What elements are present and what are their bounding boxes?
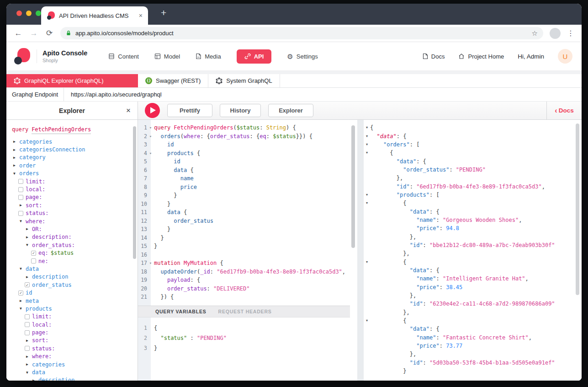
tree-item-where[interactable]: ▶where: xyxy=(11,353,138,360)
tab-request-headers[interactable]: REQUEST HEADERS xyxy=(218,309,272,314)
window-close-button[interactable] xyxy=(16,11,22,16)
nav-item-model[interactable]: Model xyxy=(154,53,180,60)
fold-caret-icon[interactable]: ▾ xyxy=(147,151,154,156)
tree-item-data[interactable]: ▼data xyxy=(11,265,138,273)
editor-scrollbar-thumb[interactable] xyxy=(351,125,355,248)
fold-arrow-icon[interactable]: ▼ xyxy=(364,151,370,155)
tree-item-status[interactable]: status: xyxy=(11,344,138,352)
browser-profile-avatar[interactable] xyxy=(550,28,561,39)
window-minimize-button[interactable] xyxy=(26,11,32,16)
checkbox-checked[interactable]: ✓ xyxy=(18,290,23,296)
collapse-arrow-icon[interactable]: ▼ xyxy=(25,371,30,375)
tree-item-page[interactable]: page: xyxy=(11,194,138,201)
expand-arrow-icon[interactable]: ▶ xyxy=(12,148,17,152)
prettify-button[interactable]: Prettify xyxy=(167,104,212,117)
expand-arrow-icon[interactable]: ▶ xyxy=(25,362,30,366)
tree-item-page[interactable]: page: xyxy=(11,328,138,336)
checkbox-checked[interactable]: ✓ xyxy=(31,251,36,256)
explorer-close-icon[interactable]: × xyxy=(126,106,131,115)
fold-caret-icon[interactable]: ▾ xyxy=(147,125,154,130)
tree-item-categories[interactable]: ▶categories xyxy=(11,138,138,145)
project-home-link[interactable]: Project Home xyxy=(458,53,504,60)
expand-arrow-icon[interactable]: ▶ xyxy=(25,339,30,343)
browser-menu-icon[interactable]: ⋮ xyxy=(567,29,574,38)
docs-panel-toggle[interactable]: ‹ Docs xyxy=(546,102,582,119)
fold-arrow-icon[interactable]: ▼ xyxy=(364,126,370,129)
collapse-arrow-icon[interactable]: ▼ xyxy=(12,172,17,176)
tree-item-ne[interactable]: ne: xyxy=(11,257,138,265)
tree-item-limit[interactable]: limit: xyxy=(11,177,138,185)
nav-item-media[interactable]: Media xyxy=(196,53,221,60)
user-avatar[interactable]: U xyxy=(558,49,572,64)
tree-item-description[interactable]: ▶description xyxy=(11,376,138,381)
nav-item-content[interactable]: Content xyxy=(108,53,139,60)
tree-item-local[interactable]: local: xyxy=(11,321,138,328)
nav-item-settings[interactable]: ⚙ Settings xyxy=(287,53,318,60)
checkbox-unchecked[interactable] xyxy=(18,195,23,200)
explorer-scrollbar[interactable] xyxy=(133,126,136,259)
collapse-arrow-icon[interactable]: ▼ xyxy=(18,306,23,311)
fold-arrow-icon[interactable]: ▼ xyxy=(364,193,370,197)
tree-item-sort[interactable]: ▶sort: xyxy=(11,337,138,344)
tree-item-description[interactable]: ▶description: xyxy=(11,233,138,241)
fold-caret-icon[interactable]: ▾ xyxy=(147,261,154,265)
tree-item-eq[interactable]: ✓eq:$status xyxy=(11,249,138,257)
variables-editor[interactable]: 1{2 "status" : "PENDING"3} xyxy=(138,317,350,381)
checkbox-unchecked[interactable] xyxy=(25,330,30,335)
tree-item-orders[interactable]: ▼orders xyxy=(11,170,138,177)
checkbox-unchecked[interactable] xyxy=(25,322,30,327)
expand-arrow-icon[interactable]: ▶ xyxy=(25,355,30,359)
fold-arrow-icon[interactable]: ▼ xyxy=(364,143,370,146)
tab-query-variables[interactable]: QUERY VARIABLES xyxy=(155,309,207,314)
tab-system-graphql[interactable]: System GraphQL xyxy=(208,74,280,87)
new-tab-button[interactable]: + xyxy=(161,7,166,18)
fold-arrow-icon[interactable]: ▼ xyxy=(364,134,370,138)
tree-item-sort[interactable]: ▶sort: xyxy=(11,201,138,209)
tree-item-local[interactable]: local: xyxy=(11,185,138,193)
tree-item-data[interactable]: ▼data xyxy=(11,368,138,376)
tree-item-OR[interactable]: ▶OR: xyxy=(11,225,138,233)
reload-icon[interactable]: ⟳ xyxy=(45,28,54,38)
window-maximize-button[interactable] xyxy=(36,11,41,16)
tree-item-categoriesConnection[interactable]: ▶categoriesConnection xyxy=(11,145,138,153)
fold-arrow-icon[interactable]: ▼ xyxy=(364,319,370,322)
expand-arrow-icon[interactable]: ▶ xyxy=(18,299,23,303)
response-scrollbar[interactable] xyxy=(576,124,579,295)
expand-arrow-icon[interactable]: ▶ xyxy=(18,203,23,207)
tree-item-categories[interactable]: ▶categories xyxy=(11,360,138,368)
tree-item-category[interactable]: ▶category xyxy=(11,154,138,161)
collapse-arrow-icon[interactable]: ▼ xyxy=(18,219,23,223)
forward-icon[interactable]: → xyxy=(29,29,38,38)
docs-link[interactable]: Docs xyxy=(423,53,445,60)
tree-item-limit[interactable]: limit: xyxy=(11,313,138,321)
history-button[interactable]: History xyxy=(220,104,261,117)
checkbox-unchecked[interactable] xyxy=(25,314,30,319)
explorer-toggle-button[interactable]: Explorer xyxy=(268,104,313,117)
tree-item-order_status[interactable]: ▼order_status: xyxy=(11,241,138,249)
collapse-arrow-icon[interactable]: ▼ xyxy=(25,243,30,247)
tree-item-id[interactable]: ✓id xyxy=(11,289,138,296)
checkbox-unchecked[interactable] xyxy=(18,179,23,184)
execute-query-button[interactable] xyxy=(145,103,160,118)
query-editor[interactable]: 1▾query FetchPendingOrders($status: Stri… xyxy=(138,120,350,306)
checkbox-unchecked[interactable] xyxy=(25,346,30,351)
tree-item-meta[interactable]: ▶meta xyxy=(11,297,138,305)
browser-tab[interactable]: API Driven Headless CMS × xyxy=(41,6,148,25)
collapse-arrow-icon[interactable]: ▼ xyxy=(18,267,23,271)
tab-graphiql-explorer[interactable]: GraphiQL Explorer (GraphQL) xyxy=(6,74,138,87)
expand-arrow-icon[interactable]: ▶ xyxy=(31,378,36,381)
tab-swagger-rest[interactable]: {} Swagger (REST) xyxy=(138,74,208,87)
expand-arrow-icon[interactable]: ▶ xyxy=(12,140,17,144)
fold-arrow-icon[interactable]: ▼ xyxy=(364,260,370,264)
tree-item-status[interactable]: status: xyxy=(11,210,138,217)
expand-arrow-icon[interactable]: ▶ xyxy=(12,163,17,167)
expand-arrow-icon[interactable]: ▶ xyxy=(25,235,30,239)
checkbox-checked[interactable]: ✓ xyxy=(25,282,30,287)
tab-close-icon[interactable]: × xyxy=(139,12,143,19)
fold-caret-icon[interactable]: ▾ xyxy=(147,134,154,139)
nav-item-api[interactable]: API xyxy=(237,49,272,64)
operation-name-input[interactable]: FetchPendingOrders xyxy=(32,126,91,134)
checkbox-unchecked[interactable] xyxy=(18,211,23,216)
expand-arrow-icon[interactable]: ▶ xyxy=(12,156,17,160)
tree-item-description[interactable]: ▶description xyxy=(11,273,138,281)
